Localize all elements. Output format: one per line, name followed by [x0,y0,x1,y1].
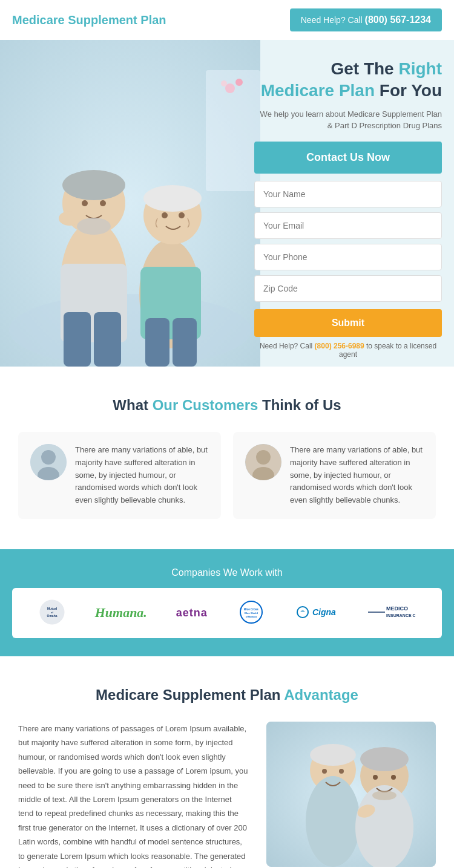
svg-rect-18 [64,312,91,367]
partner-humana: Humana. [95,605,147,621]
svg-text:Mutual: Mutual [47,607,58,610]
phone-field-group [254,244,442,270]
testimonials-title-start: What [113,397,152,413]
advantage-content: There are many variations of passages of… [18,722,436,868]
testimonial-card-2: There are many variations of able, but m… [233,432,436,519]
help-prefix: Need Help? Call [301,15,365,25]
svg-point-45 [310,744,356,766]
hero-image [0,40,260,367]
testimonials-section: What Our Customers Think of Us There are… [0,367,454,549]
svg-point-50 [360,747,409,771]
svg-point-14 [162,212,168,218]
hero-subtitle: We help you learn about Medicare Supplem… [254,108,442,132]
hero-form-area: Get The Right Medicare Plan For You We h… [254,58,442,359]
email-field-group [254,212,442,239]
zip-input[interactable] [254,275,442,302]
svg-point-21 [225,83,235,93]
advantage-body: There are many variations of passages of… [18,722,248,868]
help-phone-link[interactable]: (800) 256-6989 [315,342,364,350]
partners-logos: Mutual of Omaha Humana. aetna Blue Cross… [12,588,442,638]
help-prefix: Need Help? Call [260,342,315,350]
logo: Medicare Supplement Plan [12,13,166,27]
partner-bcbs: Blue Cross Blue Shield of Montana [236,600,266,625]
partners-title: Companies We Work with [12,567,442,578]
svg-text:Omaha: Omaha [47,614,57,618]
name-input[interactable] [254,181,442,207]
testimonials-title-end: Think of Us [258,397,341,413]
advantage-section: Medicare Supplement Plan Advantage There… [0,656,454,868]
hero-section: Get The Right Medicare Plan For You We h… [0,40,454,367]
testimonials-grid: There are many variations of able, but m… [18,432,436,519]
svg-point-48 [339,769,344,774]
header-phone[interactable]: Need Help? Call (800) 567-1234 [290,8,442,31]
email-input[interactable] [254,212,442,239]
svg-point-54 [372,791,396,800]
svg-rect-19 [94,312,121,367]
help-text: Need Help? Call (800) 256-6989 to speak … [254,342,442,359]
svg-rect-16 [145,318,169,367]
svg-point-52 [373,775,378,780]
svg-point-1 [9,294,251,367]
couple-svg [0,40,260,367]
svg-point-47 [322,769,327,774]
svg-rect-17 [173,318,197,367]
avatar-1 [30,444,67,480]
logo-text: Medicare [12,13,65,27]
partner-cigna: Cigna [295,603,338,623]
advantage-image [266,722,436,867]
partner-aetna: aetna [176,607,208,619]
name-field-group [254,181,442,207]
hero-title-part1: Get The [331,59,398,78]
svg-text:Blue Shield: Blue Shield [245,612,258,615]
partners-section: Companies We Work with Mutual of Omaha H… [0,549,454,656]
zip-field-group [254,275,442,302]
svg-point-53 [391,775,396,780]
partner-mutual: Mutual of Omaha [39,599,66,627]
svg-point-28 [256,450,271,465]
svg-point-22 [235,79,243,86]
contact-us-now-button[interactable]: Contact Us Now [254,142,442,174]
header: Medicare Supplement Plan Need Help? Call… [0,0,454,40]
hero-title: Get The Right Medicare Plan For You [254,58,442,102]
svg-point-6 [82,200,88,206]
svg-point-25 [41,450,56,465]
logo-highlight: Supplement Plan [65,13,166,27]
submit-button[interactable]: Submit [254,309,442,337]
hero-title-medicare: Medicare Plan [261,81,375,100]
hero-title-foryou: For You [375,81,442,100]
testimonial-text-1: There are many variations of able, but m… [75,444,209,507]
hero-title-right: Right [398,59,442,78]
testimonial-card-1: There are many variations of able, but m… [18,432,221,519]
svg-point-9 [59,211,81,226]
svg-text:Cigna: Cigna [312,607,336,617]
testimonials-title: What Our Customers Think of Us [18,397,436,414]
partner-medico: MEDICO INSURANCE COMPANY [367,600,415,625]
svg-text:INSURANCE COMPANY: INSURANCE COMPANY [386,613,415,618]
phone-input[interactable] [254,244,442,270]
svg-point-23 [221,80,227,86]
svg-point-12 [143,185,202,212]
advantage-title-start: Medicare Supplement Plan [96,687,284,703]
help-number: (800) 567-1234 [365,15,431,25]
svg-point-8 [77,218,111,235]
svg-text:MEDICO: MEDICO [386,605,408,612]
svg-text:of Montana: of Montana [246,616,257,618]
svg-text:Blue Cross: Blue Cross [245,608,259,611]
advantage-title-highlight: Advantage [284,687,358,703]
testimonials-title-highlight: Our Customers [153,397,258,413]
svg-point-46 [306,776,360,867]
avatar-2 [245,444,281,480]
testimonial-text-2: There are many variations of able, but m… [290,444,424,507]
svg-point-15 [179,212,185,218]
advantage-title: Medicare Supplement Plan Advantage [18,687,436,703]
svg-point-4 [62,170,125,200]
svg-point-7 [100,200,106,206]
